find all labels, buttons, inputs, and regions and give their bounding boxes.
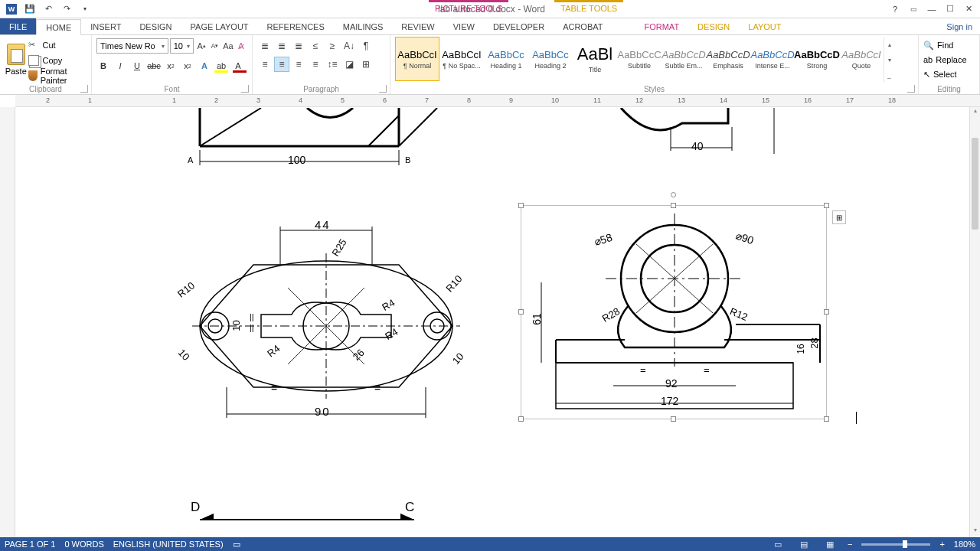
line-spacing-button[interactable]: ↕≡ — [325, 57, 340, 72]
style-subtitle[interactable]: AaBbCcCSubtitle — [617, 37, 662, 81]
style-intensee[interactable]: AaBbCcDIntense E... — [750, 37, 795, 81]
sort-button[interactable]: A↓ — [341, 38, 357, 54]
ribbon-options-icon[interactable]: ▭ — [905, 2, 922, 17]
shrink-font-button[interactable]: A▾ — [209, 38, 220, 54]
borders-button[interactable]: ⊞ — [358, 57, 374, 72]
tab-table-layout[interactable]: LAYOUT — [739, 18, 790, 34]
align-center-button[interactable]: ≡ — [274, 57, 289, 72]
style-quote[interactable]: AaBbCcIQuote — [839, 37, 884, 81]
text-effects-button[interactable]: A — [198, 58, 211, 73]
copy-button[interactable]: Copy — [27, 54, 87, 67]
tab-acrobat[interactable]: ACROBAT — [554, 18, 612, 34]
bold-button[interactable]: B — [96, 58, 110, 73]
font-launcher[interactable] — [241, 85, 249, 93]
figure-top-right[interactable]: 40 — [597, 107, 812, 161]
style-emphasis[interactable]: AaBbCcDEmphasis — [706, 37, 750, 81]
undo-icon[interactable]: ↶ — [40, 2, 57, 17]
cut-button[interactable]: ✂Cut — [27, 38, 87, 52]
web-layout-icon[interactable]: ▦ — [822, 539, 838, 549]
close-icon[interactable]: ✕ — [960, 2, 977, 17]
multilevel-button[interactable]: ≣ — [291, 38, 306, 54]
strikethrough-button[interactable]: abc — [147, 58, 161, 73]
italic-button[interactable]: I — [113, 58, 127, 73]
sign-in-link[interactable]: Sign in — [939, 18, 980, 34]
resize-handle-n[interactable] — [671, 203, 676, 208]
resize-handle-nw[interactable] — [518, 203, 524, 208]
scroll-up-icon[interactable]: ▴ — [970, 107, 980, 118]
font-color-button[interactable]: A — [231, 58, 245, 73]
tab-design[interactable]: DESIGN — [130, 18, 181, 34]
decrease-indent-button[interactable]: ≤ — [308, 38, 323, 54]
figure-bottom[interactable]: D C — [176, 497, 436, 520]
tab-home[interactable]: HOME — [36, 19, 81, 35]
qat-dropdown-icon[interactable]: ▾ — [77, 2, 93, 17]
word-icon[interactable]: W — [3, 2, 20, 17]
font-size-select[interactable]: 10▾ — [170, 38, 194, 54]
document-area[interactable]: A B 100 40 — [15, 107, 969, 537]
zoom-out-button[interactable]: − — [848, 540, 852, 549]
tab-table-design[interactable]: DESIGN — [688, 18, 739, 34]
bullets-button[interactable]: ≣ — [257, 38, 273, 54]
resize-handle-sw[interactable] — [518, 416, 524, 422]
select-button[interactable]: ↖Select — [923, 67, 975, 81]
resize-handle-ne[interactable] — [824, 203, 829, 208]
resize-handle-w[interactable] — [518, 309, 524, 315]
tab-page-layout[interactable]: PAGE LAYOUT — [181, 18, 258, 34]
scroll-thumb[interactable] — [972, 138, 978, 230]
figure-mid-right[interactable]: ⌀58 ⌀90 R28 R12 61 28 16 92 172 = = ⊞ — [521, 205, 827, 419]
highlight-button[interactable]: ab — [214, 58, 228, 73]
tab-developer[interactable]: DEVELOPER — [484, 18, 554, 34]
zoom-level[interactable]: 180% — [954, 540, 975, 549]
increase-indent-button[interactable]: ≥ — [325, 38, 340, 54]
shading-button[interactable]: ◪ — [341, 57, 357, 72]
zoom-thumb[interactable] — [903, 540, 907, 548]
horizontal-ruler[interactable]: 21123456789101112131415161718 — [15, 95, 980, 107]
styles-scroll[interactable]: ▴▾⎯ — [884, 37, 894, 83]
style-heading1[interactable]: AaBbCcHeading 1 — [484, 37, 528, 81]
style-nospac[interactable]: AaBbCcI¶ No Spac... — [439, 37, 484, 81]
vertical-scrollbar[interactable]: ▴ ▾ — [969, 107, 980, 537]
subscript-button[interactable]: x2 — [164, 58, 178, 73]
help-icon[interactable]: ? — [887, 2, 903, 17]
style-subtleem[interactable]: AaBbCcDSubtle Em... — [662, 37, 706, 81]
style-strong[interactable]: AaBbCcDStrong — [795, 37, 839, 81]
show-marks-button[interactable]: ¶ — [358, 38, 374, 54]
tab-insert[interactable]: INSERT — [81, 18, 130, 34]
language-indicator[interactable]: ENGLISH (UNITED STATES) — [113, 540, 224, 549]
justify-button[interactable]: ≡ — [308, 57, 323, 72]
tab-review[interactable]: REVIEW — [392, 18, 443, 34]
resize-handle-se[interactable] — [824, 416, 829, 422]
styles-gallery[interactable]: AaBbCcI¶ NormalAaBbCcI¶ No Spac...AaBbCc… — [395, 37, 913, 83]
resize-handle-s[interactable] — [671, 416, 676, 422]
align-left-button[interactable]: ≡ — [257, 57, 273, 72]
figure-top-left[interactable]: A B 100 — [168, 107, 490, 168]
format-painter-button[interactable]: Format Painter — [27, 69, 87, 83]
styles-launcher[interactable] — [907, 85, 915, 93]
macro-indicator[interactable]: ▭ — [233, 540, 240, 549]
align-right-button[interactable]: ≡ — [291, 57, 306, 72]
paragraph-launcher[interactable] — [379, 85, 387, 93]
clear-format-button[interactable]: A̷ — [236, 38, 247, 54]
layout-options-icon[interactable]: ⊞ — [832, 210, 846, 224]
word-count[interactable]: 0 WORDS — [64, 540, 103, 549]
tab-format[interactable]: FORMAT — [635, 18, 688, 34]
rotate-handle[interactable] — [671, 192, 676, 197]
redo-icon[interactable]: ↷ — [58, 2, 75, 17]
numbering-button[interactable]: ≣ — [274, 38, 289, 54]
style-heading2[interactable]: AaBbCcHeading 2 — [528, 37, 573, 81]
page-indicator[interactable]: PAGE 1 OF 1 — [5, 540, 55, 549]
grow-font-button[interactable]: A▴ — [195, 38, 207, 54]
minimize-icon[interactable]: — — [923, 2, 940, 17]
print-layout-icon[interactable]: ▤ — [795, 539, 812, 549]
tab-view[interactable]: VIEW — [444, 18, 484, 34]
change-case-button[interactable]: Aa — [222, 38, 234, 54]
find-button[interactable]: 🔍Find — [923, 38, 975, 52]
read-mode-icon[interactable]: ▭ — [769, 539, 786, 549]
tab-mailings[interactable]: MAILINGS — [334, 18, 393, 34]
zoom-slider[interactable] — [861, 543, 930, 546]
font-family-select[interactable]: Times New Ro▾ — [96, 38, 168, 54]
paste-button[interactable]: Paste — [5, 37, 27, 83]
maximize-icon[interactable]: ☐ — [942, 2, 959, 17]
zoom-in-button[interactable]: + — [939, 540, 944, 549]
replace-button[interactable]: abReplace — [923, 53, 975, 67]
